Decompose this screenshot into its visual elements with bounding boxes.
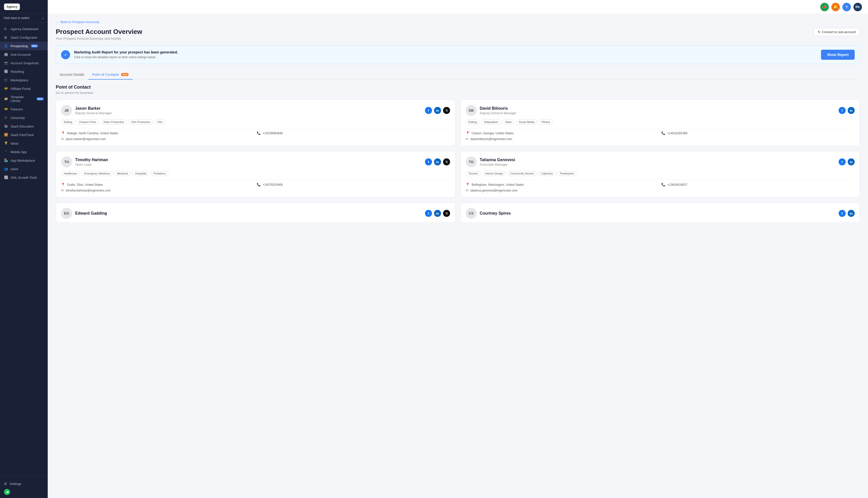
linkedin-icon-th[interactable]: in	[434, 158, 441, 166]
poc-new-badge: New	[121, 73, 129, 76]
contact-info-eg: EG Edward Gadding	[61, 208, 107, 219]
twitter-icon-th[interactable]: 𝕏	[443, 158, 450, 166]
avatar-tg: TG	[466, 156, 477, 167]
twitter-icon-eg[interactable]: 𝕏	[443, 210, 450, 217]
sidebar-item-prospecting[interactable]: 👤 Prospecting New	[0, 42, 48, 50]
tag: Pftrack	[539, 119, 553, 124]
sidebar-item-mobile-app[interactable]: 📱 Mobile App	[0, 148, 48, 156]
phone-db: 📞 +14016265389	[661, 131, 855, 135]
sidebar-item-label: client	[11, 167, 18, 171]
tag: Film Production	[128, 119, 153, 124]
contact-header-db: DB David Biliouris Deputy General Manage…	[466, 105, 855, 116]
sidebar-item-client[interactable]: 👥 client	[0, 165, 48, 173]
sidebar-item-university[interactable]: 🎓 University	[0, 114, 48, 122]
facebook-icon-th[interactable]: f	[425, 158, 432, 166]
section-title: Point of Contact	[56, 84, 860, 90]
social-icons-cs: f in	[839, 210, 855, 217]
megaphone-icon[interactable]: 📣	[820, 3, 829, 11]
workspace-switcher[interactable]: Click here to switch ⌄	[0, 14, 48, 23]
tag: 3dequalizer	[481, 119, 501, 124]
phone-icon: 📞	[257, 131, 261, 135]
sidebar-item-agency-dashboard[interactable]: ⊞ Agency Dashboard	[0, 25, 48, 33]
facebook-icon-jb[interactable]: f	[425, 107, 432, 114]
contact-card-tg: TG Tatianna Genovesi Associate Manager f…	[461, 151, 860, 198]
contact-role-db: Deputy General Manager	[480, 111, 516, 115]
sidebar-item-template-library[interactable]: 📁 Template Library New	[0, 93, 48, 105]
location-icon: 📍	[61, 131, 65, 135]
linkedin-icon-tg[interactable]: in	[848, 158, 855, 166]
location-db: 📍 Canton, Georgia, United States	[466, 131, 659, 135]
convert-to-sub-account-button[interactable]: ↻ Convert to sub-account	[814, 28, 860, 36]
sidebar-item-affiliate-portal[interactable]: 🤝 Affiliate Portal	[0, 84, 48, 93]
snapshots-icon: 📷	[4, 61, 8, 65]
back-link[interactable]: ← Back to Prospect Accounts	[56, 20, 860, 24]
settings-item[interactable]: ⚙ Settings	[4, 480, 44, 488]
settings-icon: ⚙	[4, 482, 7, 486]
tags-db: Editing 3dequalizer Nuke Social Media Pf…	[466, 119, 855, 124]
prospecting-icon: 👤	[4, 44, 8, 48]
sidebar-item-reselling[interactable]: 🔄 Reselling	[0, 67, 48, 76]
email-th: ✉ timothy.hartman@regmovies.com	[61, 188, 255, 192]
show-report-button[interactable]: Show Report	[821, 50, 855, 60]
phone-th: 📞 +19378253406	[257, 183, 450, 186]
back-link-label: Back to Prospect Accounts	[61, 20, 100, 24]
sidebar-item-account-snapshots[interactable]: 📷 Account Snapshots	[0, 59, 48, 67]
phone-text-tg: +13604418627	[667, 183, 687, 186]
sidebar-item-ghl-growth-tools[interactable]: 📈 GHL Growth Tools	[0, 173, 48, 182]
facebook-icon-db[interactable]: f	[839, 107, 846, 114]
sidebar-logo: Agency	[0, 0, 48, 14]
sidebar-item-sub-accounts[interactable]: 🏢 Sub-Accounts	[0, 50, 48, 59]
linkedin-icon-eg[interactable]: in	[434, 210, 441, 217]
phone-icon: 📞	[661, 183, 665, 186]
tab-account-details[interactable]: Account Details	[56, 70, 88, 80]
sidebar-item-partners[interactable]: 🤝 Partners	[0, 105, 48, 114]
location-icon: 📍	[466, 131, 470, 135]
contact-header-tg: TG Tatianna Genovesi Associate Manager f…	[466, 156, 855, 167]
contact-role-jb: Deputy General Manager	[75, 111, 112, 115]
page-header: Prospect Account Overview Your Prospect …	[56, 28, 860, 40]
contact-details-jb: 📍 Raleigh, North Carolina, United States…	[61, 131, 450, 141]
facebook-icon-tg[interactable]: f	[839, 158, 846, 166]
email-text-th: timothy.hartman@regmovies.com	[66, 189, 111, 192]
contact-info-jb: JB Jason Barker Deputy General Manager	[61, 105, 112, 116]
linkedin-icon-cs[interactable]: in	[848, 210, 855, 217]
contact-info-cs: CS Courtney Spires	[466, 208, 511, 219]
sidebar-item-saas-education[interactable]: 📚 SaaS Education	[0, 122, 48, 131]
tag: Video Production	[101, 119, 127, 124]
email-icon: ✉	[61, 137, 64, 141]
sidebar-item-label: Template Library	[11, 95, 34, 103]
user-avatar[interactable]: RK	[853, 3, 862, 11]
sidebar-item-saas-configurator[interactable]: ▦ SaaS Configurator	[0, 33, 48, 42]
sidebar-item-label: Marketplace	[11, 78, 28, 82]
sidebar-collapse-button[interactable]: ◀	[4, 489, 10, 495]
location-text-jb: Raleigh, North Carolina, United States	[67, 132, 118, 135]
twitter-icon-jb[interactable]: 𝕏	[443, 107, 450, 114]
phone-tg: 📞 +13604418627	[661, 183, 855, 186]
facebook-icon-cs[interactable]: f	[839, 210, 846, 217]
tag: Hospitals	[132, 171, 149, 176]
sidebar-item-marketplace[interactable]: 🛒 Marketplace	[0, 76, 48, 84]
bell-icon[interactable]: 🔔	[831, 3, 840, 11]
marketplace-icon: 🛒	[4, 78, 8, 82]
audit-check-icon: ✓	[61, 50, 70, 59]
contact-name-block-jb: Jason Barker Deputy General Manager	[75, 106, 112, 115]
sidebar-item-label: Affiliate Portal	[11, 87, 31, 91]
linkedin-icon-db[interactable]: in	[848, 107, 855, 114]
sidebar-item-saas-fasttrack[interactable]: ⏩ SaaS FastTrack	[0, 131, 48, 139]
tag: Social Media	[516, 119, 537, 124]
contact-role-tg: Associate Manager	[480, 163, 515, 167]
avatar-th: TH	[61, 156, 72, 167]
tab-point-of-contacts[interactable]: Point of Contacts New	[88, 70, 133, 80]
facebook-icon-eg[interactable]: f	[425, 210, 432, 217]
location-tg: 📍 Bellingham, Washington, United States	[466, 183, 659, 186]
social-icons-eg: f in 𝕏	[425, 210, 450, 217]
client-icon: 👥	[4, 167, 8, 171]
help-icon[interactable]: ?	[842, 3, 851, 11]
phone-text-db: +14016265389	[667, 132, 687, 135]
contact-name-block-db: David Biliouris Deputy General Manager	[480, 106, 516, 115]
linkedin-icon-jb[interactable]: in	[434, 107, 441, 114]
sidebar-item-ideas[interactable]: 💡 Ideas	[0, 139, 48, 148]
contact-name-cs: Courtney Spires	[480, 211, 511, 215]
sidebar-item-app-marketplace[interactable]: 🏪 App Marketplace	[0, 156, 48, 165]
template-icon: 📁	[4, 97, 8, 101]
